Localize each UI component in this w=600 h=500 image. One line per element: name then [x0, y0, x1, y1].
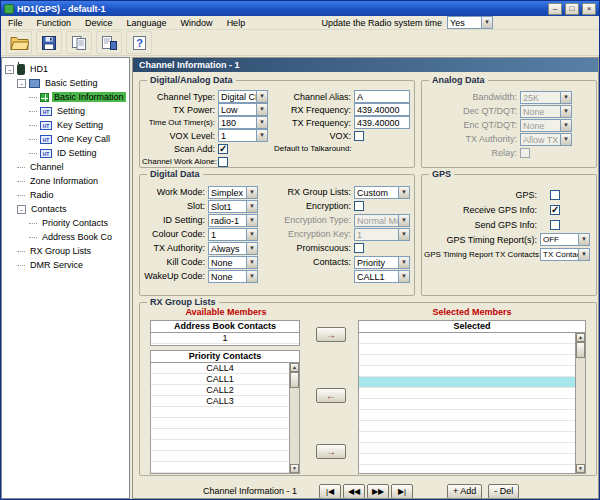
list-row[interactable]: CALL1 [151, 374, 289, 385]
rx-frequency-input[interactable]: 439.40000 [354, 103, 410, 116]
scroll-down-icon[interactable]: ▼ [576, 464, 585, 473]
previous-record-button[interactable]: ◀◀ [343, 484, 365, 499]
selected-scrollbar[interactable]: ▲ ▼ [575, 333, 585, 473]
id-setting-select[interactable]: radio-1▼ [208, 214, 258, 227]
dropdown-arrow-icon[interactable]: ▼ [246, 271, 257, 282]
dropdown-arrow-icon[interactable]: ▼ [578, 234, 589, 245]
rx-group-lists-select[interactable]: Custom▼ [354, 186, 410, 199]
gps-checkbox[interactable] [550, 190, 560, 200]
channel-alias-input[interactable]: A [354, 90, 410, 103]
promiscuous-checkbox[interactable] [354, 243, 364, 253]
dropdown-arrow-icon[interactable]: ▼ [398, 271, 409, 282]
tx-power-select[interactable]: Low▼ [218, 103, 268, 116]
priority-scrollbar[interactable]: ▲ ▼ [289, 363, 299, 473]
tree-item-basic-information[interactable]: Basic Information [2, 90, 129, 104]
read-from-radio-button[interactable] [66, 31, 92, 54]
dropdown-arrow-icon[interactable]: ▼ [246, 187, 257, 198]
add-address-contact-button[interactable]: → [316, 327, 346, 342]
work-mode-select[interactable]: Simplex▼ [208, 186, 258, 199]
list-row[interactable] [359, 377, 575, 388]
write-to-radio-button[interactable] [96, 31, 122, 54]
tree-item-priority-contacts[interactable]: Priority Contacts [2, 216, 129, 230]
dropdown-arrow-icon[interactable]: ▼ [398, 187, 409, 198]
list-row[interactable] [359, 366, 575, 377]
tree-item-dmr-service[interactable]: DMR Service [2, 258, 129, 272]
channel-work-alone-checkbox[interactable] [218, 157, 228, 167]
list-row[interactable] [151, 451, 289, 462]
tree-item-channel[interactable]: Channel [2, 160, 129, 174]
list-row[interactable]: CALL4 [151, 363, 289, 374]
menu-language[interactable]: Language [120, 16, 174, 30]
gps-timing-report-tx-contacts-select[interactable]: TX Contact▼ [540, 248, 590, 261]
list-row[interactable]: 1 [151, 333, 299, 344]
tree-item-key-setting[interactable]: Key Setting [2, 118, 129, 132]
scroll-down-icon[interactable]: ▼ [290, 464, 299, 473]
last-record-button[interactable]: ▶| [391, 484, 413, 499]
tree-expander-icon[interactable]: - [5, 65, 14, 74]
list-row[interactable]: CALL3 [151, 396, 289, 407]
list-row[interactable] [151, 462, 289, 473]
list-row[interactable] [359, 399, 575, 410]
scroll-up-icon[interactable]: ▲ [290, 363, 299, 372]
contacts-call-select[interactable]: CALL1▼ [354, 270, 410, 283]
update-radio-time-select[interactable]: Yes▼ [447, 16, 493, 29]
slot-select[interactable]: Slot1▼ [208, 200, 258, 213]
tree-item-zone-information[interactable]: Zone Information [2, 174, 129, 188]
dropdown-arrow-icon[interactable]: ▼ [246, 215, 257, 226]
tx-frequency-input[interactable]: 439.40000 [354, 116, 410, 129]
scroll-thumb[interactable] [290, 372, 299, 388]
dropdown-arrow-icon[interactable]: ▼ [256, 104, 267, 115]
tree-item-contacts[interactable]: -Contacts [2, 202, 129, 216]
contacts-select[interactable]: Priority▼ [354, 256, 410, 269]
next-record-button[interactable]: ▶▶ [367, 484, 389, 499]
dropdown-arrow-icon[interactable]: ▼ [256, 130, 267, 141]
time-out-timer-select[interactable]: 180▼ [218, 116, 268, 129]
channel-type-select[interactable]: Digital CH▼ [218, 90, 268, 103]
dropdown-arrow-icon[interactable]: ▼ [246, 229, 257, 240]
scan-add-checkbox[interactable] [218, 144, 228, 154]
tree-item-rx-group-lists[interactable]: RX Group Lists [2, 244, 129, 258]
dropdown-arrow-icon[interactable]: ▼ [246, 257, 257, 268]
tree-item-basic-setting[interactable]: -Basic Setting [2, 76, 129, 90]
dropdown-arrow-icon[interactable]: ▼ [256, 117, 267, 128]
dropdown-arrow-icon[interactable]: ▼ [256, 91, 267, 102]
menu-file[interactable]: File [1, 16, 30, 30]
dropdown-arrow-icon[interactable]: ▼ [246, 201, 257, 212]
menu-window[interactable]: Window [174, 16, 220, 30]
colour-code-select[interactable]: 1▼ [208, 228, 258, 241]
vox-level-select[interactable]: 1▼ [218, 129, 268, 142]
list-row[interactable] [359, 355, 575, 366]
menu-device[interactable]: Device [78, 16, 120, 30]
gps-timing-report-select[interactable]: OFF▼ [540, 233, 590, 246]
tree-item-address-book-co[interactable]: Address Book Co [2, 230, 129, 244]
list-row[interactable] [359, 443, 575, 454]
first-record-button[interactable]: |◀ [319, 484, 341, 499]
tree-item-id-setting[interactable]: ID Setting [2, 146, 129, 160]
help-button[interactable]: ? [126, 31, 152, 54]
remove-selected-button[interactable]: ← [316, 388, 346, 403]
encryption-checkbox[interactable] [354, 201, 364, 211]
tree-expander-icon[interactable]: - [17, 205, 26, 214]
list-row[interactable] [359, 388, 575, 399]
add-channel-button[interactable]: + Add [447, 484, 482, 499]
dropdown-arrow-icon[interactable]: ▼ [398, 257, 409, 268]
list-row[interactable] [151, 429, 289, 440]
list-row[interactable] [151, 418, 289, 429]
dropdown-arrow-icon[interactable]: ▼ [481, 17, 492, 28]
list-row[interactable]: CALL2 [151, 385, 289, 396]
receive-gps-info-checkbox[interactable] [550, 205, 560, 215]
dropdown-arrow-icon[interactable]: ▼ [246, 243, 257, 254]
wakeup-code-select[interactable]: None▼ [208, 270, 258, 283]
tree-item-radio[interactable]: Radio [2, 188, 129, 202]
list-row[interactable] [151, 407, 289, 418]
tree-item-hd1[interactable]: -HD1 [2, 62, 129, 76]
list-row[interactable] [151, 440, 289, 451]
list-row[interactable] [359, 344, 575, 355]
dropdown-arrow-icon[interactable]: ▼ [578, 249, 589, 260]
list-row[interactable] [359, 432, 575, 443]
tree-item-one-key-call[interactable]: One Key Call [2, 132, 129, 146]
tree-expander-icon[interactable]: - [17, 79, 26, 88]
scroll-up-icon[interactable]: ▲ [576, 333, 585, 342]
list-row[interactable] [359, 465, 575, 473]
send-gps-info-checkbox[interactable] [550, 220, 560, 230]
